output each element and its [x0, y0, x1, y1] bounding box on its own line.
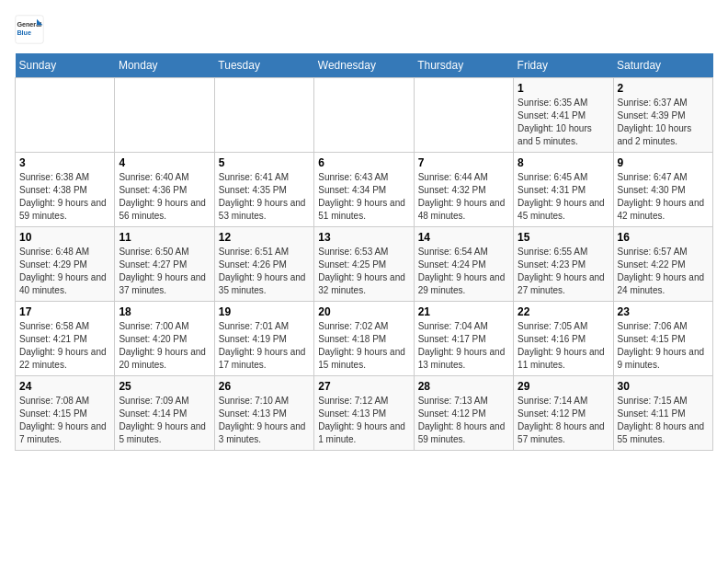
- day-number: 23: [618, 305, 709, 318]
- day-info: Sunrise: 7:12 AM Sunset: 4:13 PM Dayligh…: [318, 395, 409, 446]
- day-info: Sunrise: 7:10 AM Sunset: 4:13 PM Dayligh…: [219, 395, 310, 446]
- calendar-cell: 11Sunrise: 6:50 AM Sunset: 4:27 PM Dayli…: [115, 227, 214, 302]
- calendar-cell: [214, 78, 313, 153]
- day-number: 8: [518, 156, 609, 169]
- day-info: Sunrise: 6:44 AM Sunset: 4:32 PM Dayligh…: [418, 171, 509, 223]
- day-number: 2: [618, 82, 709, 95]
- calendar-cell: 18Sunrise: 7:00 AM Sunset: 4:20 PM Dayli…: [115, 302, 214, 376]
- day-number: 7: [418, 156, 509, 169]
- day-number: 30: [618, 380, 709, 393]
- day-number: 12: [219, 231, 310, 244]
- calendar-header-row: SundayMondayTuesdayWednesdayThursdayFrid…: [16, 53, 713, 78]
- col-header-wednesday: Wednesday: [314, 53, 414, 78]
- day-number: 5: [219, 156, 310, 169]
- day-info: Sunrise: 6:37 AM Sunset: 4:39 PM Dayligh…: [618, 97, 709, 148]
- day-info: Sunrise: 7:05 AM Sunset: 4:16 PM Dayligh…: [518, 320, 609, 372]
- day-info: Sunrise: 7:09 AM Sunset: 4:14 PM Dayligh…: [119, 395, 210, 446]
- day-info: Sunrise: 6:53 AM Sunset: 4:25 PM Dayligh…: [318, 246, 409, 297]
- day-number: 25: [119, 380, 210, 393]
- day-info: Sunrise: 6:43 AM Sunset: 4:34 PM Dayligh…: [318, 171, 409, 223]
- day-number: 22: [518, 305, 609, 318]
- day-number: 29: [518, 380, 609, 393]
- col-header-monday: Monday: [115, 53, 214, 78]
- calendar-cell: 20Sunrise: 7:02 AM Sunset: 4:18 PM Dayli…: [314, 302, 414, 376]
- day-number: 14: [418, 231, 509, 244]
- day-info: Sunrise: 6:57 AM Sunset: 4:22 PM Dayligh…: [618, 246, 709, 297]
- calendar-cell: 23Sunrise: 7:06 AM Sunset: 4:15 PM Dayli…: [613, 302, 712, 376]
- calendar-cell: 6Sunrise: 6:43 AM Sunset: 4:34 PM Daylig…: [314, 153, 414, 227]
- calendar-week-5: 24Sunrise: 7:08 AM Sunset: 4:15 PM Dayli…: [16, 376, 713, 451]
- day-number: 19: [219, 305, 310, 318]
- page-header: GeneralBlue: [15, 15, 713, 44]
- day-info: Sunrise: 6:45 AM Sunset: 4:31 PM Dayligh…: [518, 171, 609, 223]
- calendar-cell: 19Sunrise: 7:01 AM Sunset: 4:19 PM Dayli…: [214, 302, 313, 376]
- calendar-week-3: 10Sunrise: 6:48 AM Sunset: 4:29 PM Dayli…: [16, 227, 713, 302]
- day-number: 28: [418, 380, 509, 393]
- day-info: Sunrise: 7:01 AM Sunset: 4:19 PM Dayligh…: [219, 320, 310, 372]
- calendar-cell: 10Sunrise: 6:48 AM Sunset: 4:29 PM Dayli…: [16, 227, 115, 302]
- calendar-cell: 12Sunrise: 6:51 AM Sunset: 4:26 PM Dayli…: [214, 227, 313, 302]
- calendar-cell: 28Sunrise: 7:13 AM Sunset: 4:12 PM Dayli…: [414, 376, 513, 451]
- calendar-cell: 8Sunrise: 6:45 AM Sunset: 4:31 PM Daylig…: [514, 153, 613, 227]
- day-number: 3: [19, 156, 110, 169]
- day-info: Sunrise: 6:35 AM Sunset: 4:41 PM Dayligh…: [518, 97, 609, 148]
- day-info: Sunrise: 6:54 AM Sunset: 4:24 PM Dayligh…: [418, 246, 509, 297]
- calendar-cell: 7Sunrise: 6:44 AM Sunset: 4:32 PM Daylig…: [414, 153, 513, 227]
- calendar-cell: 27Sunrise: 7:12 AM Sunset: 4:13 PM Dayli…: [314, 376, 414, 451]
- calendar-cell: 4Sunrise: 6:40 AM Sunset: 4:36 PM Daylig…: [115, 153, 214, 227]
- day-number: 15: [518, 231, 609, 244]
- day-info: Sunrise: 6:41 AM Sunset: 4:35 PM Dayligh…: [219, 171, 310, 223]
- day-info: Sunrise: 7:04 AM Sunset: 4:17 PM Dayligh…: [418, 320, 509, 372]
- logo: GeneralBlue: [15, 15, 44, 44]
- day-info: Sunrise: 6:55 AM Sunset: 4:23 PM Dayligh…: [518, 246, 609, 297]
- calendar-week-4: 17Sunrise: 6:58 AM Sunset: 4:21 PM Dayli…: [16, 302, 713, 376]
- calendar-week-2: 3Sunrise: 6:38 AM Sunset: 4:38 PM Daylig…: [16, 153, 713, 227]
- day-number: 10: [19, 231, 110, 244]
- calendar-cell: 22Sunrise: 7:05 AM Sunset: 4:16 PM Dayli…: [514, 302, 613, 376]
- col-header-thursday: Thursday: [414, 53, 513, 78]
- day-info: Sunrise: 6:47 AM Sunset: 4:30 PM Dayligh…: [618, 171, 709, 223]
- day-info: Sunrise: 7:14 AM Sunset: 4:12 PM Dayligh…: [518, 395, 609, 446]
- col-header-sunday: Sunday: [16, 53, 115, 78]
- day-info: Sunrise: 6:40 AM Sunset: 4:36 PM Dayligh…: [119, 171, 210, 223]
- calendar-cell: [414, 78, 513, 153]
- day-number: 4: [119, 156, 210, 169]
- calendar-cell: 5Sunrise: 6:41 AM Sunset: 4:35 PM Daylig…: [214, 153, 313, 227]
- day-number: 21: [418, 305, 509, 318]
- calendar-cell: [16, 78, 115, 153]
- day-info: Sunrise: 7:02 AM Sunset: 4:18 PM Dayligh…: [318, 320, 409, 372]
- calendar-cell: 9Sunrise: 6:47 AM Sunset: 4:30 PM Daylig…: [613, 153, 712, 227]
- day-number: 16: [618, 231, 709, 244]
- day-info: Sunrise: 7:13 AM Sunset: 4:12 PM Dayligh…: [418, 395, 509, 446]
- day-number: 13: [318, 231, 409, 244]
- calendar-cell: 21Sunrise: 7:04 AM Sunset: 4:17 PM Dayli…: [414, 302, 513, 376]
- svg-text:Blue: Blue: [17, 29, 31, 37]
- calendar-cell: 15Sunrise: 6:55 AM Sunset: 4:23 PM Dayli…: [514, 227, 613, 302]
- day-number: 1: [518, 82, 609, 95]
- day-info: Sunrise: 6:50 AM Sunset: 4:27 PM Dayligh…: [119, 246, 210, 297]
- calendar-cell: 3Sunrise: 6:38 AM Sunset: 4:38 PM Daylig…: [16, 153, 115, 227]
- calendar-cell: 30Sunrise: 7:15 AM Sunset: 4:11 PM Dayli…: [613, 376, 712, 451]
- calendar-cell: 24Sunrise: 7:08 AM Sunset: 4:15 PM Dayli…: [16, 376, 115, 451]
- day-info: Sunrise: 7:08 AM Sunset: 4:15 PM Dayligh…: [19, 395, 110, 446]
- col-header-friday: Friday: [514, 53, 613, 78]
- calendar-table: SundayMondayTuesdayWednesdayThursdayFrid…: [15, 53, 713, 451]
- day-number: 18: [119, 305, 210, 318]
- col-header-saturday: Saturday: [613, 53, 712, 78]
- col-header-tuesday: Tuesday: [214, 53, 313, 78]
- day-number: 9: [618, 156, 709, 169]
- day-info: Sunrise: 6:38 AM Sunset: 4:38 PM Dayligh…: [19, 171, 110, 223]
- calendar-cell: 1Sunrise: 6:35 AM Sunset: 4:41 PM Daylig…: [514, 78, 613, 153]
- day-number: 17: [19, 305, 110, 318]
- day-number: 27: [318, 380, 409, 393]
- day-number: 11: [119, 231, 210, 244]
- day-number: 24: [19, 380, 110, 393]
- calendar-week-1: 1Sunrise: 6:35 AM Sunset: 4:41 PM Daylig…: [16, 78, 713, 153]
- day-info: Sunrise: 7:00 AM Sunset: 4:20 PM Dayligh…: [119, 320, 210, 372]
- calendar-cell: 17Sunrise: 6:58 AM Sunset: 4:21 PM Dayli…: [16, 302, 115, 376]
- calendar-cell: 14Sunrise: 6:54 AM Sunset: 4:24 PM Dayli…: [414, 227, 513, 302]
- calendar-cell: [115, 78, 214, 153]
- day-info: Sunrise: 7:06 AM Sunset: 4:15 PM Dayligh…: [618, 320, 709, 372]
- day-number: 6: [318, 156, 409, 169]
- day-info: Sunrise: 7:15 AM Sunset: 4:11 PM Dayligh…: [618, 395, 709, 446]
